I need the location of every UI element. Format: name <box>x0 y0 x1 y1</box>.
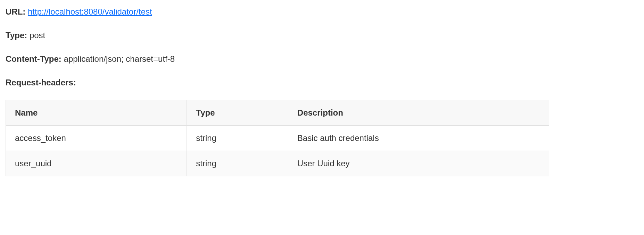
type-row: Type: post <box>6 29 549 42</box>
content-type-row: Content-Type: application/json; charset=… <box>6 53 549 65</box>
type-label: Type: <box>6 31 27 40</box>
table-row: access_token string Basic auth credentia… <box>6 126 549 151</box>
content-type-label: Content-Type: <box>6 54 61 64</box>
url-row: URL: http://localhost:8080/validator/tes… <box>6 6 549 18</box>
type-value: post <box>30 31 45 40</box>
content-type-value: application/json; charset=utf-8 <box>64 54 175 64</box>
table-row: user_uuid string User Uuid key <box>6 151 549 176</box>
request-headers-row: Request-headers: <box>6 76 549 89</box>
table-header-name: Name <box>6 100 187 126</box>
cell-name: access_token <box>6 126 187 151</box>
headers-table: Name Type Description access_token strin… <box>6 100 549 176</box>
table-header-row: Name Type Description <box>6 100 549 126</box>
cell-type: string <box>187 126 288 151</box>
url-link[interactable]: http://localhost:8080/validator/test <box>28 7 152 16</box>
url-label: URL: <box>6 7 25 16</box>
table-header-description: Description <box>288 100 549 126</box>
table-header-type: Type <box>187 100 288 126</box>
cell-description: User Uuid key <box>288 151 549 176</box>
cell-description: Basic auth credentials <box>288 126 549 151</box>
request-headers-label: Request-headers: <box>6 78 76 87</box>
cell-type: string <box>187 151 288 176</box>
cell-name: user_uuid <box>6 151 187 176</box>
